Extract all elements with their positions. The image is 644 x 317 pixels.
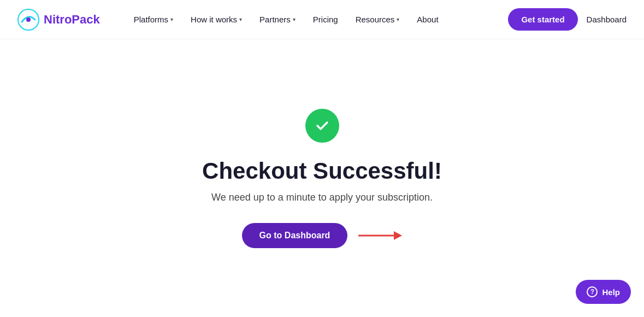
svg-marker-3 [394, 231, 402, 240]
arrow-indicator [358, 229, 402, 242]
get-started-button[interactable]: Get started [508, 8, 577, 31]
logo-icon [17, 9, 39, 31]
help-label: Help [602, 287, 620, 297]
nav-item-how-it-works[interactable]: How it works ▾ [183, 10, 250, 28]
chevron-down-icon: ▾ [293, 16, 296, 22]
checkout-subtitle: We need up to a minute to apply your sub… [211, 192, 433, 203]
help-circle-icon: ? [587, 286, 598, 297]
red-arrow-icon [358, 229, 402, 242]
go-to-dashboard-button[interactable]: Go to Dashboard [242, 223, 348, 248]
chevron-down-icon: ▾ [170, 16, 173, 22]
logo-part1: Nitro [44, 13, 72, 26]
dashboard-link[interactable]: Dashboard [587, 15, 627, 24]
chevron-down-icon: ▾ [397, 16, 399, 22]
nav-item-platforms[interactable]: Platforms ▾ [126, 10, 181, 28]
checkmark-icon [314, 117, 331, 134]
logo[interactable]: NitroPack [17, 9, 100, 31]
svg-point-1 [26, 17, 31, 22]
logo-text: NitroPack [44, 13, 100, 27]
nav-item-resources[interactable]: Resources ▾ [348, 10, 407, 28]
logo-part2: Pack [72, 13, 99, 26]
nav-item-pricing[interactable]: Pricing [305, 10, 346, 28]
nav-actions: Get started Dashboard [508, 8, 627, 31]
success-icon [305, 109, 339, 143]
nav-links: Platforms ▾ How it works ▾ Partners ▾ Pr… [126, 10, 509, 28]
cta-row: Go to Dashboard [242, 223, 403, 248]
main-content: Checkout Successful! We need up to a min… [0, 39, 644, 317]
chevron-down-icon: ▾ [239, 16, 242, 22]
nav-item-partners[interactable]: Partners ▾ [252, 10, 303, 28]
nav-item-about[interactable]: About [409, 10, 446, 28]
navbar: NitroPack Platforms ▾ How it works ▾ Par… [0, 0, 644, 39]
help-button[interactable]: ? Help [576, 280, 631, 304]
checkout-title: Checkout Successful! [202, 158, 442, 184]
